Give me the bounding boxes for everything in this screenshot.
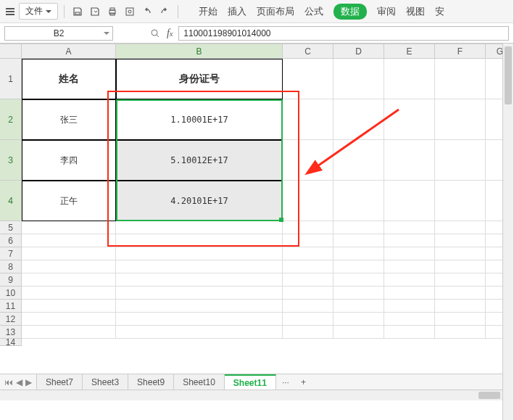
cell-B11[interactable] (116, 300, 283, 313)
cell-E11[interactable] (384, 300, 435, 313)
cell-D7[interactable] (333, 247, 384, 260)
sheet-nav-prev-icon[interactable]: ◀ (16, 377, 22, 387)
cell-F6[interactable] (435, 234, 486, 247)
cell-D1[interactable] (333, 59, 384, 99)
save-as-icon[interactable] (88, 4, 102, 19)
sheet-tab-1[interactable]: Sheet3 (83, 374, 128, 390)
col-header-E[interactable]: E (384, 44, 435, 59)
cell-D5[interactable] (333, 221, 384, 234)
cell-A5[interactable] (22, 221, 116, 234)
cell-B1[interactable]: 身份证号 (116, 59, 283, 99)
cell-C6[interactable] (283, 234, 333, 247)
cell-B9[interactable] (116, 273, 283, 287)
col-header-A[interactable]: A (22, 44, 116, 59)
tab-insert[interactable]: 插入 (228, 5, 246, 18)
cell-A10[interactable] (22, 287, 116, 300)
cell-F4[interactable] (435, 181, 486, 221)
cell-C2[interactable] (283, 99, 333, 140)
cell-A3[interactable]: 李四 (22, 140, 116, 181)
row-header-2[interactable]: 2 (0, 99, 22, 140)
cell-F7[interactable] (435, 247, 486, 260)
cell-C7[interactable] (283, 247, 333, 260)
sheet-tab-4[interactable]: Sheet11 (225, 374, 276, 390)
cell-C9[interactable] (283, 273, 333, 287)
cell-E2[interactable] (384, 99, 435, 140)
cell-F10[interactable] (435, 287, 486, 300)
scrollbar-vertical[interactable] (502, 44, 513, 420)
col-header-C[interactable]: C (283, 44, 333, 59)
cell-F1[interactable] (435, 59, 486, 99)
sheet-add-button[interactable]: + (295, 374, 312, 390)
cell-E1[interactable] (384, 59, 435, 99)
cell-B3[interactable]: 5.10012E+17 (116, 140, 283, 181)
row-header-6[interactable]: 6 (0, 234, 22, 247)
cell-B10[interactable] (116, 287, 283, 300)
tab-start[interactable]: 开始 (199, 5, 217, 18)
sheet-tab-0[interactable]: Sheet7 (37, 374, 83, 390)
cell-E6[interactable] (384, 234, 435, 247)
cell-D12[interactable] (333, 313, 384, 326)
select-all-corner[interactable] (0, 44, 22, 59)
row-header-8[interactable]: 8 (0, 260, 22, 273)
cell-A6[interactable] (22, 234, 116, 247)
cell-C3[interactable] (283, 140, 333, 181)
sheet-nav-next-icon[interactable]: ▶ (25, 377, 32, 387)
row-header-7[interactable]: 7 (0, 247, 22, 260)
cell-D2[interactable] (333, 99, 384, 140)
cell-A7[interactable] (22, 247, 116, 260)
print-preview-icon[interactable] (123, 4, 137, 19)
cell-D4[interactable] (333, 181, 384, 221)
sheet-nav-first-icon[interactable]: ⏮ (4, 377, 13, 387)
cell-C12[interactable] (283, 313, 333, 326)
cell-E5[interactable] (384, 221, 435, 234)
cell-E4[interactable] (384, 181, 435, 221)
col-header-D[interactable]: D (333, 44, 384, 59)
tab-security[interactable]: 安 (435, 5, 444, 18)
row-header-12[interactable]: 12 (0, 313, 22, 326)
cell-F9[interactable] (435, 273, 486, 287)
file-menu-button[interactable]: 文件 (19, 3, 58, 20)
cell-A11[interactable] (22, 300, 116, 313)
cell-E13[interactable] (384, 326, 435, 339)
tab-page-layout[interactable]: 页面布局 (257, 5, 294, 18)
cell-F11[interactable] (435, 300, 486, 313)
cell-B2[interactable]: 1.10001E+17 (116, 99, 283, 140)
row-header-1[interactable]: 1 (0, 59, 22, 99)
cell-D13[interactable] (333, 326, 384, 339)
cell-C13[interactable] (283, 326, 333, 339)
cell-B4[interactable]: 4.20101E+17 (116, 181, 283, 221)
fx-icon[interactable]: fx (167, 28, 173, 39)
undo-icon[interactable] (140, 4, 154, 19)
cell-C4[interactable] (283, 181, 333, 221)
cell-B5[interactable] (116, 221, 283, 234)
row-header-11[interactable]: 11 (0, 300, 22, 313)
cell-A13[interactable] (22, 326, 116, 339)
cell-A8[interactable] (22, 260, 116, 273)
row-header-9[interactable]: 9 (0, 273, 22, 287)
row-header-10[interactable]: 10 (0, 287, 22, 300)
cell-B6[interactable] (116, 234, 283, 247)
col-header-F[interactable]: F (435, 44, 486, 59)
cell-E9[interactable] (384, 273, 435, 287)
cell-C11[interactable] (283, 300, 333, 313)
print-icon[interactable] (105, 4, 120, 19)
tab-view[interactable]: 视图 (406, 5, 425, 18)
cell-D10[interactable] (333, 287, 384, 300)
cell-E12[interactable] (384, 313, 435, 326)
cell-D8[interactable] (333, 260, 384, 273)
app-menu-icon[interactable] (4, 6, 16, 17)
scrollbar-horizontal[interactable] (0, 390, 502, 400)
cell-F2[interactable] (435, 99, 486, 140)
tab-formula[interactable]: 公式 (304, 5, 323, 18)
sheet-tab-2[interactable]: Sheet9 (128, 374, 174, 390)
cell-D6[interactable] (333, 234, 384, 247)
cell-F3[interactable] (435, 140, 486, 181)
cell-C8[interactable] (283, 260, 333, 273)
row-header-3[interactable]: 3 (0, 140, 22, 181)
redo-icon[interactable] (157, 4, 172, 19)
name-box[interactable]: B2 (4, 26, 113, 41)
tab-review[interactable]: 审阅 (377, 5, 396, 18)
cell-F8[interactable] (435, 260, 486, 273)
cell-E10[interactable] (384, 287, 435, 300)
cell-E8[interactable] (384, 260, 435, 273)
